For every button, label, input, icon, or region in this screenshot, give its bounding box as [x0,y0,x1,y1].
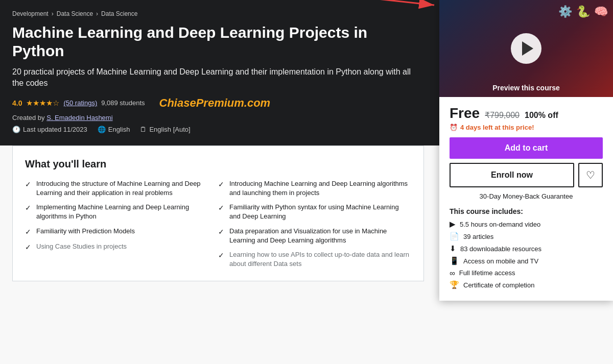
page-wrapper: Development › Data Science › Data Scienc… [0,0,613,364]
meta-captions: 🗒 English [Auto] [140,126,190,133]
learn-item-text: Familiarity with Python syntax for using… [229,203,411,221]
timer-row: ⏰ 4 days left at this price! [450,124,603,131]
breadcrumb-item-1[interactable]: Development [12,10,49,17]
learn-col-left: ✓ Introducing the structure of Machine L… [25,179,218,269]
learn-item-text: Familiarity with Prediction Models [36,227,135,236]
check-icon: ✓ [25,242,31,253]
include-video-text: 5.5 hours on-demand video [460,221,540,228]
learn-item: ✓ Data preparation and Visualization for… [218,227,411,245]
list-item: ∞ Full lifetime access [450,269,603,277]
check-icon: ✓ [218,180,224,190]
captions-icon: 🗒 [140,126,147,133]
learn-item-text: Implementing Machine Learning and Deep L… [36,203,218,221]
breadcrumb-sep-1: › [52,10,54,17]
learn-grid: ✓ Introducing the structure of Machine L… [25,179,411,269]
learn-col-right: ✓ Introducing Machine Learning and Deep … [218,179,411,269]
heart-icon: ♡ [586,169,595,181]
list-item: 📄 39 articles [450,232,603,241]
rating-count[interactable]: (50 ratings) [63,99,97,107]
price-original: ₹799,000 [485,110,520,120]
learn-item-text: Data preparation and Visualization for u… [229,227,411,245]
infinity-icon: ∞ [450,269,455,277]
learn-item: ✓ Familiarity with Python syntax for usi… [218,203,411,221]
star-icons: ★★★★☆ [26,99,59,108]
learn-item: ✓ Introducing the structure of Machine L… [25,179,218,198]
play-triangle [522,41,533,56]
rating-row: 4.0 ★★★★☆ (50 ratings) 9,089 students Ch… [12,96,421,110]
include-lifetime-text: Full lifetime access [459,269,515,277]
course-subtitle: 20 practical projects of Machine Learnin… [12,66,421,89]
meta-captions-text: English [Auto] [149,126,190,133]
learn-item-faded: ✓ Using Case Studies in projects [25,242,218,253]
article-icon: 📄 [450,232,459,241]
breadcrumb-item-3[interactable]: Data Science [101,10,137,17]
learn-item-text: Learning how to use APIs to collect up-t… [229,250,411,269]
add-to-cart-button[interactable]: Add to cart [450,137,603,159]
learn-item-text: Introducing Machine Learning and Deep Le… [229,179,411,198]
brain-icon: 🧠 [594,5,608,18]
course-preview[interactable]: ⚙️ 🐍 🧠 Preview this course [439,0,613,97]
certificate-icon: 🏆 [450,280,459,289]
list-item: ▶ 5.5 hours on-demand video [450,220,603,229]
course-title: Machine Learning and Deep Learning Proje… [12,23,421,60]
course-card: ⚙️ 🐍 🧠 Preview this course Free ₹799,000… [439,0,613,301]
hero-left: Development › Data Science › Data Scienc… [12,10,431,133]
learn-title: What you'll learn [25,158,411,170]
learn-item: ✓ Implementing Machine Learning and Deep… [25,203,218,221]
download-icon: ⬇ [450,244,456,253]
preview-decorative-icons: ⚙️ 🐍 🧠 [558,5,608,18]
learn-item: ✓ Introducing Machine Learning and Deep … [218,179,411,198]
breadcrumb-sep-2: › [96,10,98,17]
meta-updated-text: Last updated 11/2023 [23,126,87,133]
check-icon: ✓ [218,251,224,261]
meta-updated: 🕐 Last updated 11/2023 [12,126,87,133]
learn-item-text: Using Case Studies in projects [36,242,127,251]
check-icon: ✓ [218,203,224,213]
preview-label: Preview this course [492,84,560,92]
includes-title: This course includes: [450,207,603,215]
learn-item-faded: ✓ Learning how to use APIs to collect up… [218,250,411,269]
creator-label: Created by [12,114,45,122]
students-count: 9,089 students [101,99,145,107]
alarm-icon: ⏰ [450,124,458,131]
price-free: Free [450,105,480,122]
include-cert-text: Certificate of completion [463,281,534,289]
list-item: ⬇ 83 downloadable resources [450,244,603,253]
creator-row: Created by S. Emadedin Hashemi [12,114,421,122]
play-button[interactable] [511,33,541,64]
check-icon: ✓ [218,227,224,237]
includes-list: ▶ 5.5 hours on-demand video 📄 39 article… [450,220,603,289]
gear-icon: ⚙️ [558,5,572,18]
mobile-icon: 📱 [450,256,459,265]
python-icon: 🐍 [576,5,590,18]
breadcrumb-item-2[interactable]: Data Science [57,10,93,17]
video-icon: ▶ [450,220,456,229]
meta-language: 🌐 English [98,126,130,133]
clock-icon: 🕐 [12,126,20,133]
check-icon: ✓ [25,227,31,237]
hero-section: Development › Data Science › Data Scienc… [0,0,613,145]
enroll-wishlist-row: Enroll now ♡ [450,163,603,187]
timer-text: 4 days left at this price! [460,124,534,131]
include-articles-text: 39 articles [463,233,493,240]
learn-section: What you'll learn ✓ Introducing the stru… [12,145,424,282]
learn-item: ✓ Familiarity with Prediction Models [25,227,218,237]
money-back-guarantee: 30-Day Money-Back Guarantee [450,192,603,200]
list-item: 🏆 Certificate of completion [450,280,603,289]
price-discount: 100% off [525,111,558,120]
include-resources-text: 83 downloadable resources [460,245,541,253]
card-body: Free ₹799,000 100% off ⏰ 4 days left at … [439,97,613,301]
wishlist-button[interactable]: ♡ [578,163,603,187]
creator-link[interactable]: S. Emadedin Hashemi [46,114,112,122]
rating-score: 4.0 [12,99,22,107]
list-item: 📱 Access on mobile and TV [450,256,603,265]
check-icon: ✓ [25,203,31,213]
meta-language-text: English [108,126,130,133]
breadcrumb: Development › Data Science › Data Scienc… [12,10,421,17]
globe-icon: 🌐 [98,126,106,133]
include-mobile-text: Access on mobile and TV [463,257,538,265]
chiase-badge: ChiasePremium.com [159,96,271,110]
learn-item-text: Introducing the structure of Machine Lea… [36,179,218,198]
check-icon: ✓ [25,180,31,190]
enroll-now-button[interactable]: Enroll now [450,163,574,187]
